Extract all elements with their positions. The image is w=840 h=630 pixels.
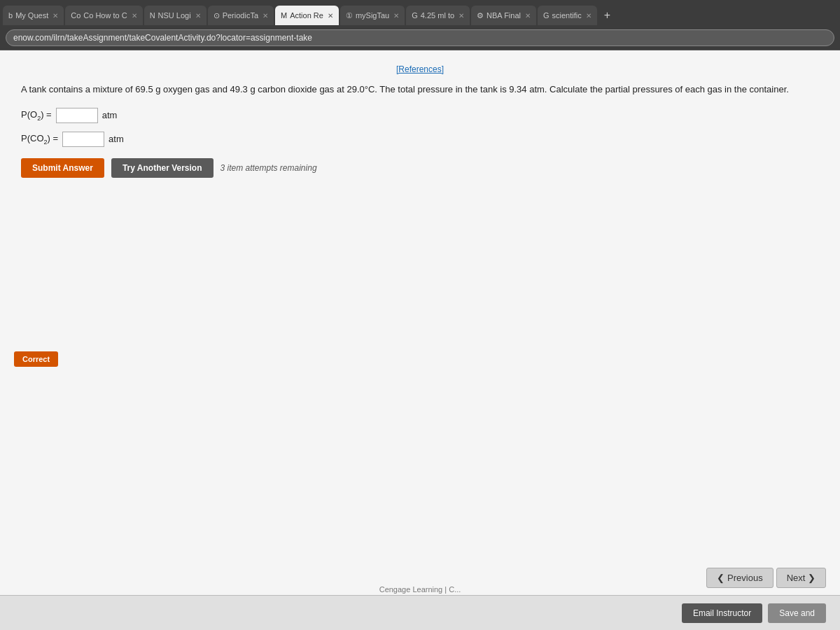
new-tab-button[interactable]: + — [598, 6, 616, 25]
tab-bar: b My Quest ✕ Co Co How to C ✕ N NSU Logi… — [0, 0, 840, 25]
po2-unit: atm — [102, 110, 118, 120]
tab-close-3[interactable]: ✕ — [195, 12, 201, 20]
tab-icon-5: M — [281, 11, 287, 20]
references-link[interactable]: [References] — [21, 64, 819, 74]
previous-button[interactable]: ❮ Previous — [706, 568, 773, 588]
tab-icon-9: G — [543, 11, 550, 20]
tab-close-4[interactable]: ✕ — [262, 12, 268, 20]
tab-icon-6: ① — [346, 11, 353, 20]
bottom-navigation: ❮ Previous Next ❯ — [706, 568, 826, 588]
po2-label: P(O2) = — [21, 109, 52, 122]
address-input[interactable] — [6, 29, 834, 46]
save-and-button[interactable]: Save and — [768, 603, 826, 623]
browser-window: b My Quest ✕ Co Co How to C ✕ N NSU Logi… — [0, 0, 840, 630]
tab-close-5[interactable]: ✕ — [328, 12, 333, 20]
tab-periodic[interactable]: ⊙ PeriodicTa ✕ — [208, 6, 274, 25]
tab-close-9[interactable]: ✕ — [586, 12, 592, 20]
tab-scientific[interactable]: G scientific ✕ — [538, 6, 597, 25]
pco2-unit: atm — [108, 134, 124, 144]
try-another-button[interactable]: Try Another Version — [111, 158, 214, 178]
attempts-remaining: 3 item attempts remaining — [220, 163, 317, 173]
cengage-footer: Cengage Learning | C... — [379, 585, 461, 594]
pco2-input[interactable] — [62, 132, 104, 147]
tab-mysig[interactable]: ① mySigTau ✕ — [340, 6, 405, 25]
tab-icon-3: N — [150, 11, 155, 20]
tab-nba[interactable]: ⚙ NBA Final ✕ — [471, 6, 536, 25]
tab-close-1[interactable]: ✕ — [52, 12, 58, 20]
tab-how-to[interactable]: Co Co How to C ✕ — [65, 6, 142, 25]
tab-icon-1: b — [8, 11, 13, 20]
tab-icon-7: G — [412, 11, 418, 20]
email-instructor-button[interactable]: Email Instructor — [682, 603, 762, 623]
next-button[interactable]: Next ❯ — [776, 568, 826, 588]
tab-close-7[interactable]: ✕ — [458, 12, 464, 20]
correct-badge: Correct — [14, 351, 58, 367]
pco2-label: P(CO2) = — [21, 133, 58, 146]
tab-icon-4: ⊙ — [214, 11, 220, 20]
tab-icon-2: Co — [71, 11, 80, 20]
tab-close-8[interactable]: ✕ — [525, 12, 531, 20]
address-bar — [0, 25, 840, 50]
page-content: [References] A tank contains a mixture o… — [0, 50, 840, 630]
tab-close-2[interactable]: ✕ — [132, 12, 137, 20]
bottom-action-bar: Email Instructor Save and — [0, 595, 840, 630]
tab-google1[interactable]: G 4.25 ml to ✕ — [406, 6, 470, 25]
question-text: A tank contains a mixture of 69.5 g oxyg… — [21, 83, 819, 97]
pco2-row: P(CO2) = atm — [21, 132, 819, 147]
button-row: Submit Answer Try Another Version 3 item… — [21, 158, 819, 178]
tab-nsu[interactable]: N NSU Logi ✕ — [144, 6, 206, 25]
po2-input[interactable] — [56, 108, 98, 123]
tab-my-quest[interactable]: b My Quest ✕ — [3, 6, 64, 25]
po2-row: P(O2) = atm — [21, 108, 819, 123]
question-container: [References] A tank contains a mixture o… — [0, 50, 840, 630]
tab-close-6[interactable]: ✕ — [393, 12, 399, 20]
tab-action-re[interactable]: M Action Re ✕ — [275, 6, 339, 25]
submit-button[interactable]: Submit Answer — [21, 158, 104, 178]
tab-icon-8: ⚙ — [477, 11, 484, 20]
